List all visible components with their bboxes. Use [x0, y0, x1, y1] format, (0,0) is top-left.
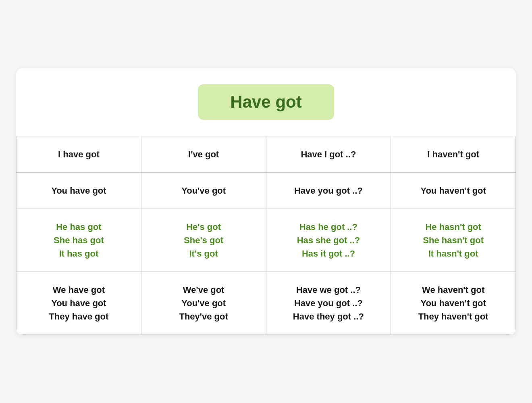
cell-text: She's got: [184, 235, 223, 245]
cell-text: We have got: [53, 285, 105, 295]
table-cell: You haven't got: [391, 173, 516, 209]
table-cell: Have I got ..?: [266, 136, 391, 173]
table-cell: He's gotShe's gotIt's got: [141, 209, 266, 272]
cell-text: I've got: [188, 149, 219, 159]
table-cell: Have we got ..?Have you got ..?Have they…: [266, 272, 391, 335]
cell-text: It hasn't got: [428, 248, 478, 259]
cell-text: You've got: [181, 186, 226, 196]
table-cell: He has gotShe has gotIt has got: [17, 209, 141, 272]
table-cell: I've got: [141, 136, 266, 173]
cell-text: You've got: [181, 298, 226, 308]
cell-text: Have you got ..?: [294, 186, 363, 196]
cell-text: They have got: [49, 311, 108, 322]
table-cell: I have got: [17, 136, 141, 173]
cell-text: He's got: [186, 222, 221, 232]
cell-text: Has he got ..?: [299, 222, 357, 232]
cell-text: She has got: [54, 235, 104, 245]
table-cell: Have you got ..?: [266, 173, 391, 209]
cell-text: Have they got ..?: [293, 311, 364, 322]
table-cell: Has he got ..?Has she got ..?Has it got …: [266, 209, 391, 272]
cell-text: Have we got ..?: [296, 285, 361, 295]
cell-text: It has got: [59, 248, 98, 259]
cell-text: Have you got ..?: [294, 298, 363, 308]
cell-text: He hasn't got: [425, 222, 481, 232]
cell-text: He has got: [56, 222, 101, 232]
cell-text: You have got: [51, 186, 106, 196]
cell-text: They've got: [179, 311, 228, 322]
cell-text: You haven't got: [420, 298, 486, 308]
table-cell: You've got: [141, 173, 266, 209]
cell-text: We've got: [183, 285, 224, 295]
page-title: Have got: [230, 92, 301, 111]
title-badge: Have got: [198, 84, 334, 120]
table-row: We have gotYou have gotThey have gotWe'v…: [17, 272, 516, 335]
cell-text: Have I got ..?: [301, 149, 356, 159]
cell-text: I haven't got: [427, 149, 479, 159]
cell-text: They haven't got: [418, 311, 488, 322]
cell-text: I have got: [58, 149, 100, 159]
cell-text: She hasn't got: [423, 235, 484, 245]
cell-text: You have got: [51, 298, 106, 308]
cell-text: Has it got ..?: [302, 248, 355, 259]
main-card: Have got I have gotI've gotHave I got ..…: [16, 68, 516, 335]
conjugation-table: I have gotI've gotHave I got ..?I haven'…: [16, 136, 516, 335]
table-cell: We've gotYou've gotThey've got: [141, 272, 266, 335]
table-row: You have gotYou've gotHave you got ..?Yo…: [17, 173, 516, 209]
cell-text: We haven't got: [422, 285, 484, 295]
table-cell: He hasn't gotShe hasn't gotIt hasn't got: [391, 209, 516, 272]
table-cell: We haven't gotYou haven't gotThey haven'…: [391, 272, 516, 335]
cell-text: Has she got ..?: [297, 235, 360, 245]
table-cell: You have got: [17, 173, 141, 209]
table-row: He has gotShe has gotIt has gotHe's gotS…: [17, 209, 516, 272]
table-cell: We have gotYou have gotThey have got: [17, 272, 141, 335]
cell-text: You haven't got: [420, 186, 486, 196]
cell-text: It's got: [189, 248, 218, 259]
table-cell: I haven't got: [391, 136, 516, 173]
table-row: I have gotI've gotHave I got ..?I haven'…: [17, 136, 516, 173]
header-section: Have got: [16, 68, 516, 136]
